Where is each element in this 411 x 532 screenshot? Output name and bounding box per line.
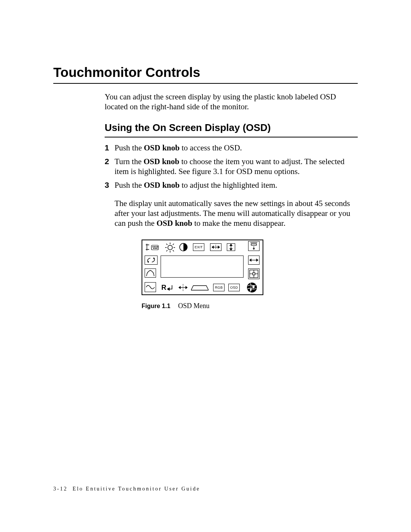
pincushion-icon [145, 268, 156, 278]
svg-point-1 [153, 246, 153, 247]
globe-icon [246, 281, 258, 294]
section-rule [53, 83, 358, 84]
svg-marker-40 [167, 288, 169, 290]
step-3-pre: Push the [115, 181, 144, 190]
osd-label: OSD [230, 286, 238, 289]
svg-marker-27 [253, 248, 255, 250]
step-3: Push the OSD knob to adjust the highligh… [105, 180, 358, 190]
step-2-bold: OSD knob [143, 157, 179, 166]
step-1-bold: OSD knob [144, 143, 180, 152]
after-bold: OSD knob [156, 219, 192, 228]
center-icon [248, 268, 260, 279]
signal-port-icon [145, 243, 160, 252]
brightness-icon [164, 242, 176, 253]
svg-marker-23 [230, 244, 232, 246]
document-page: Touchmonitor Controls You can adjust the… [0, 0, 411, 532]
step-2-pre: Turn the [115, 157, 143, 166]
svg-point-3 [156, 246, 156, 247]
figure-wrap: EXIT [142, 240, 358, 310]
svg-point-8 [168, 245, 172, 250]
svg-point-46 [247, 283, 257, 292]
svg-rect-25 [251, 244, 256, 245]
svg-line-14 [173, 250, 174, 251]
svg-point-5 [153, 248, 154, 249]
exit-button: EXIT [193, 243, 204, 251]
svg-marker-44 [186, 286, 187, 289]
svg-point-4 [157, 246, 158, 247]
after-steps-paragraph: The display unit automatically saves the… [115, 198, 358, 228]
svg-point-7 [156, 248, 157, 249]
svg-point-47 [252, 285, 255, 288]
v-size-icon [248, 241, 260, 251]
svg-line-13 [166, 244, 167, 245]
svg-marker-33 [256, 259, 258, 261]
contrast-icon [179, 243, 188, 252]
recall-r: R [161, 284, 166, 291]
svg-marker-32 [250, 259, 251, 261]
section-title: Touchmonitor Controls [53, 65, 358, 80]
step-1-post: to access the OSD. [180, 143, 242, 152]
osd-menu-figure: EXIT [142, 240, 263, 295]
page-number: 3-12 [53, 486, 68, 492]
step-2: Turn the OSD knob to choose the item you… [105, 157, 358, 177]
svg-point-6 [155, 248, 156, 249]
svg-point-2 [154, 246, 155, 247]
v-position-icon [227, 243, 235, 251]
steps-list: Push the OSD knob to access the OSD. Tur… [105, 143, 358, 190]
osd-button: OSD [228, 284, 240, 291]
moire-icon [145, 282, 156, 292]
figure-caption-text: OSD Menu [178, 302, 210, 310]
h-position-icon [210, 243, 221, 251]
step-1-pre: Push the [115, 143, 144, 152]
subsection-title: Using the On Screen Display (OSD) [105, 122, 358, 134]
rgb-button: RGB [213, 284, 225, 291]
step-3-post: to adjust the highlighted item. [180, 181, 277, 190]
svg-marker-21 [218, 246, 220, 248]
step-1: Push the OSD knob to access the OSD. [105, 143, 358, 153]
svg-marker-43 [179, 286, 180, 289]
page-footer: 3-12 Elo Entuitive Touchmonitor User Gui… [53, 486, 200, 492]
svg-line-16 [173, 244, 174, 245]
osd-display-area [161, 256, 244, 278]
svg-marker-45 [191, 286, 209, 290]
svg-rect-35 [253, 273, 255, 275]
recall-icon: R [161, 283, 174, 292]
trapezoid-icon [191, 284, 209, 291]
converge-icon [178, 283, 188, 292]
svg-marker-20 [212, 246, 213, 248]
figure-caption: Figure 1.1 OSD Menu [142, 302, 358, 310]
step-3-bold: OSD knob [144, 181, 180, 190]
rgb-label: RGB [215, 286, 223, 289]
svg-rect-0 [151, 245, 158, 250]
svg-point-48 [250, 289, 252, 291]
svg-marker-24 [230, 249, 232, 250]
exit-label: EXIT [194, 245, 202, 249]
intro-paragraph: You can adjust the screen display by usi… [105, 92, 358, 112]
subsection-rule [105, 137, 358, 137]
h-size-icon [248, 256, 260, 265]
figure-label: Figure 1.1 [142, 303, 170, 309]
footer-title: Elo Entuitive Touchmonitor User Guide [73, 486, 200, 492]
svg-line-15 [166, 250, 167, 251]
after-post: to make the menu disappear. [192, 219, 285, 228]
rotation-icon [145, 256, 158, 265]
